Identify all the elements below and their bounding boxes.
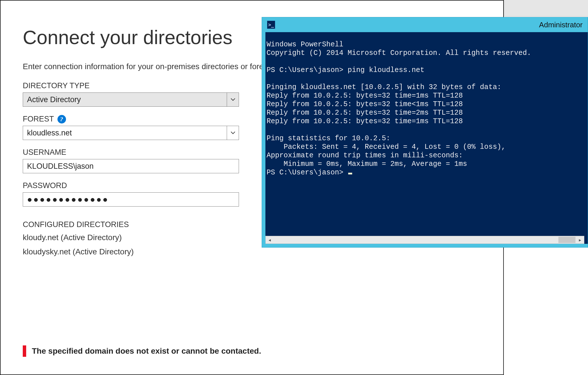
username-value: KLOUDLESS\jason [27,162,94,171]
powershell-output: Windows PowerShell Copyright (C) 2014 Mi… [265,39,588,177]
error-message: The specified domain does not exist or c… [32,347,261,356]
password-masked: ●●●●●●●●●●●●● [27,195,109,204]
powershell-title: Administrator [539,20,583,29]
scroll-track[interactable] [274,236,576,244]
error-banner: The specified domain does not exist or c… [23,345,261,357]
cursor-icon [348,173,352,174]
scroll-right-icon[interactable]: ▸ [576,236,584,244]
background-window-strip [504,0,588,17]
forest-value[interactable]: kloudless.net [23,126,227,140]
forest-combobox[interactable]: kloudless.net [23,126,239,140]
forest-label-text: FOREST [23,115,54,123]
scroll-left-icon[interactable]: ◂ [266,236,274,244]
password-input[interactable]: ●●●●●●●●●●●●● [23,192,239,207]
powershell-body[interactable]: Windows PowerShell Copyright (C) 2014 Mi… [265,32,588,244]
help-icon[interactable]: ? [57,115,66,123]
chevron-down-icon[interactable] [227,93,239,106]
powershell-icon: >_ [267,21,275,29]
horizontal-scrollbar[interactable]: ◂ ▸ [265,236,584,244]
powershell-titlebar[interactable]: >_ Administrator [262,17,588,32]
scroll-thumb[interactable] [558,237,575,243]
username-input[interactable]: KLOUDLESS\jason [23,159,239,173]
configured-directory-item: kloudysky.net (Active Directory) [23,247,503,256]
chevron-down-icon[interactable] [227,126,239,140]
directory-type-select[interactable]: Active Directory [23,92,239,107]
error-marker-icon [23,345,26,357]
directory-type-value: Active Directory [23,93,227,106]
powershell-window[interactable]: >_ Administrator Windows PowerShell Copy… [262,17,588,248]
